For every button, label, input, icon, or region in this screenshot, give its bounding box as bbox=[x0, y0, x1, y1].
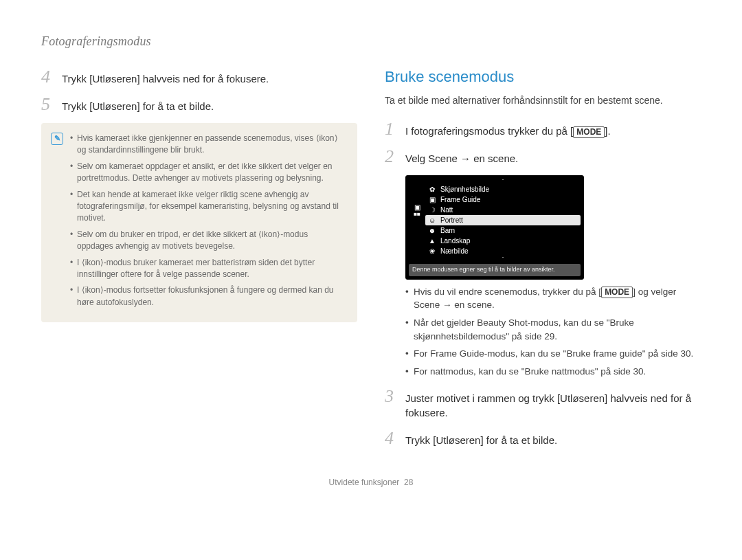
section-header: Fotograferingsmodus bbox=[41, 34, 701, 49]
info-item: I ⟨ikon⟩-modus fortsetter fokusfunksjone… bbox=[70, 284, 345, 309]
footer-label: Utvidete funksjoner bbox=[329, 478, 400, 487]
page-footer: Utvidete funksjoner 28 bbox=[41, 478, 701, 487]
step-1-right: 1 I fotograferingsmodus trykker du på [M… bbox=[385, 120, 701, 139]
menu-list: ˆ ✿Skjønnhetsbilde ▣Frame Guide ☽Natt ☺P… bbox=[425, 179, 581, 262]
menu-label: Skjønnhetsbilde bbox=[440, 186, 489, 193]
info-item: Selv om kameraet oppdager et ansikt, er … bbox=[70, 161, 345, 185]
step-text: Trykk [Utløseren] for å ta et bilde. bbox=[62, 99, 214, 113]
step-5-left: 5 Trykk [Utløseren] for å ta et bilde. bbox=[41, 96, 357, 113]
info-item: Selv om du bruker en tripod, er det ikke… bbox=[70, 229, 345, 253]
step-text-pre: I fotograferingsmodus trykker du på [ bbox=[405, 125, 573, 137]
menu-item: ▣Frame Guide bbox=[425, 194, 581, 205]
right-column: Bruke scenemodus Ta et bilde med alterna… bbox=[385, 68, 701, 457]
note-pre: Hvis du vil endre scenemodus, trykker du… bbox=[414, 287, 601, 297]
section-title: Bruke scenemodus bbox=[385, 68, 701, 86]
menu-item: ▲Landskap bbox=[425, 236, 581, 246]
step-text: Velg Scene → en scene. bbox=[405, 151, 518, 166]
menu-item-selected: ☺Portrett bbox=[425, 215, 581, 225]
step-3-right: 3 Juster motivet i rammen og trykk [Utlø… bbox=[385, 388, 701, 420]
note-item: For nattmodus, kan du se "Bruke nattmodu… bbox=[405, 365, 701, 379]
step-text: I fotograferingsmodus trykker du på [MOD… bbox=[405, 124, 611, 139]
step-4-left: 4 Trykk [Utløseren] halvveis ned for å f… bbox=[41, 68, 357, 86]
menu-caption: Denne modusen egner seg til å ta bilder … bbox=[409, 264, 581, 276]
step-number: 3 bbox=[385, 388, 397, 405]
step-number: 5 bbox=[41, 96, 54, 113]
footer-page: 28 bbox=[404, 478, 413, 487]
child-icon: ☻ bbox=[428, 227, 436, 234]
menu-label: Portrett bbox=[440, 216, 463, 224]
left-column: 4 Trykk [Utløseren] halvveis ned for å f… bbox=[41, 68, 357, 457]
step-number: 4 bbox=[385, 429, 397, 447]
chevron-up-icon: ˆ bbox=[425, 179, 581, 184]
step-text: Juster motivet i rammen og trykk [Utløse… bbox=[405, 391, 701, 420]
info-item: Hvis kameraet ikke gjenkjenner en passen… bbox=[70, 133, 345, 157]
landscape-icon: ▲ bbox=[428, 237, 436, 245]
night-icon: ☽ bbox=[428, 206, 436, 214]
step-number: 2 bbox=[385, 148, 397, 166]
portrait-icon: ☺ bbox=[428, 216, 436, 224]
note-item: For Frame Guide-modus, kan du se "Bruke … bbox=[405, 347, 701, 361]
content-columns: 4 Trykk [Utløseren] halvveis ned for å f… bbox=[41, 68, 701, 457]
menu-label: Barn bbox=[440, 227, 455, 234]
note-item: Hvis du vil endre scenemodus, trykker du… bbox=[405, 285, 701, 312]
menu-label: Natt bbox=[440, 206, 453, 214]
step-4-right: 4 Trykk [Utløseren] for å ta et bilde. bbox=[385, 429, 701, 447]
mode-button-label: MODE bbox=[573, 126, 605, 139]
beauty-icon: ✿ bbox=[428, 186, 436, 193]
camera-menu-screen: ▣ ■■ ˆ ✿Skjønnhetsbilde ▣Frame Guide ☽Na… bbox=[405, 175, 584, 280]
frame-icon: ▣ bbox=[428, 196, 436, 203]
step-2-right: 2 Velg Scene → en scene. bbox=[385, 148, 701, 166]
menu-item: ☽Natt bbox=[425, 205, 581, 215]
menu-item: ✿Skjønnhetsbilde bbox=[425, 184, 581, 194]
chevron-down-icon: ˇ bbox=[425, 256, 581, 262]
step-text: Trykk [Utløseren] halvveis ned for å fok… bbox=[62, 71, 269, 86]
menu-label: Frame Guide bbox=[440, 196, 480, 203]
menu-label: Nærbilde bbox=[440, 247, 469, 255]
notes-list: Hvis du vil endre scenemodus, trykker du… bbox=[405, 285, 701, 378]
info-box: ✎ Hvis kameraet ikke gjenkjenner en pass… bbox=[41, 123, 357, 322]
info-item: I ⟨ikon⟩-modus bruker kameraet mer batte… bbox=[70, 257, 345, 281]
menu-item: ❀Nærbilde bbox=[425, 246, 581, 256]
note-item: Når det gjelder Beauty Shot-modus, kan d… bbox=[405, 316, 701, 343]
step-text-post: ]. bbox=[605, 125, 610, 137]
section-intro: Ta et bilde med alternativer forhåndsinn… bbox=[385, 94, 701, 108]
menu-left-icons: ▣ ■■ bbox=[409, 179, 425, 262]
macro-icon: ❀ bbox=[428, 247, 436, 255]
step-number: 1 bbox=[385, 120, 397, 138]
menu-label: Landskap bbox=[440, 237, 470, 245]
menu-item: ☻Barn bbox=[425, 225, 581, 236]
mode-button-label: MODE bbox=[601, 287, 633, 299]
step-text: Trykk [Utløseren] for å ta et bilde. bbox=[405, 433, 557, 447]
info-item: Det kan hende at kameraet ikke velger ri… bbox=[70, 189, 345, 225]
info-icon: ✎ bbox=[51, 133, 63, 145]
info-list: Hvis kameraet ikke gjenkjenner en passen… bbox=[70, 133, 345, 313]
step-number: 4 bbox=[41, 68, 54, 86]
